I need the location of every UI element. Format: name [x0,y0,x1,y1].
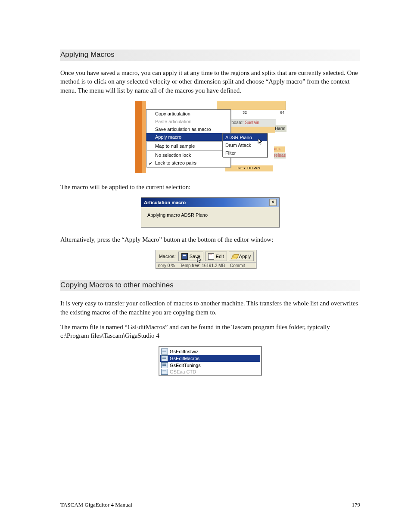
strip-ack: ack [274,146,285,152]
page-footer: TASCAM GigaEditor 4 Manual 179 [60,499,360,508]
menu-item-apply-macro[interactable]: Apply macro [146,133,230,141]
figure-filelist: GsEditInstwiz GsEditMacros GsEditTunings… [60,346,360,376]
file-list: GsEditInstwiz GsEditMacros GsEditTunings… [159,346,262,376]
figure-dialog: Articulation macro × Applying macro ADSR… [60,197,360,227]
velocity-tick-32: 32 [243,110,247,115]
menu-item-map-null[interactable]: Map to null sample [146,142,230,150]
menu-item-save-as-macro[interactable]: Save articulation as macro [146,125,230,133]
file-icon [161,348,168,355]
file-icon [161,355,168,361]
cursor-icon [197,257,204,264]
file-icon [161,362,168,368]
edit-button[interactable]: Edit [205,252,227,261]
para-transfer: It is very easy to transfer your collect… [60,299,360,317]
articulation-macro-dialog: Articulation macro × Applying macro ADSR… [141,197,280,227]
file-item-gseditmacros[interactable]: GsEditMacros [160,355,260,362]
menu-item-paste-articulation: Paste articulation [146,118,230,125]
para-applied: The macro will be applied to the current… [60,183,360,191]
dialog-body-text: Applying macro ADSR Piano [141,207,279,227]
figure-context-menu: 32 64 Keyboard: Sustain tain Harm ack re… [60,101,360,175]
file-icon [161,369,168,375]
velocity-tick-64: 64 [280,110,284,115]
cursor-icon [258,138,265,145]
strip-harm: Harm [275,125,286,132]
context-menu: Copy articulation Paste articulation Sav… [146,109,231,167]
menu-item-lock-stereo-pairs[interactable]: ✔ Lock to stereo pairs [146,159,230,167]
edit-button-label: Edit [216,254,224,259]
status-commit: Commit [230,263,245,268]
toolbar-label: Macros: [158,254,177,259]
file-name: GsEditTunings [170,363,201,368]
apply-icon [232,254,237,259]
menu-item-no-selection-lock[interactable]: No selection lock [146,151,230,159]
file-name: GSEaa CTD [170,369,196,374]
strip-releas: releas [274,153,286,159]
page: Applying Macros Once you have saved a ma… [0,0,411,532]
apply-button[interactable]: Apply [229,252,254,261]
para-intro: Once you have saved a macro, you can app… [60,68,360,95]
file-name: GsEditMacros [170,356,199,361]
file-item-gseditinstwiz[interactable]: GsEditInstwiz [160,348,260,355]
apply-button-label: Apply [239,254,251,259]
menu-item-lock-stereo-label: Lock to stereo pairs [155,160,196,165]
macros-toolbar: Macros: Save Edit Apply nory 0 % Temp fr… [156,250,257,269]
file-name: GsEditInstwiz [170,349,199,354]
file-item-gsedittunings[interactable]: GsEditTunings [160,362,260,369]
para-macrofile: The macro file is named “GsEditMacros” a… [60,323,360,340]
dialog-title: Articulation macro [144,200,186,205]
apply-macro-submenu: ADSR Piano Drum Attack Filter [222,133,268,157]
heading-applying-macros: Applying Macros [60,50,360,61]
heading-copying-macros: Copying Macros to other machines [60,280,360,291]
figure-toolbar: Macros: Save Edit Apply nory 0 % Temp fr… [60,250,360,269]
footer-title: TASCAM GigaEditor 4 Manual [60,501,132,508]
menu-item-copy-articulation[interactable]: Copy articulation [146,110,230,118]
save-icon [181,253,188,260]
check-icon: ✔ [149,161,152,166]
close-button[interactable]: × [269,199,277,206]
label-keydown: KEY DOWN [225,165,273,171]
status-memory: nory 0 % [158,263,175,268]
submenu-item-filter[interactable]: Filter [223,149,267,157]
para-alternative: Alternatively, press the “Apply Macro” b… [60,235,360,244]
footer-page-number: 179 [352,501,361,508]
file-item-cut: GSEaa CTD [160,369,260,375]
menu-item-apply-macro-label: Apply macro [155,134,181,140]
edit-icon [208,253,214,260]
